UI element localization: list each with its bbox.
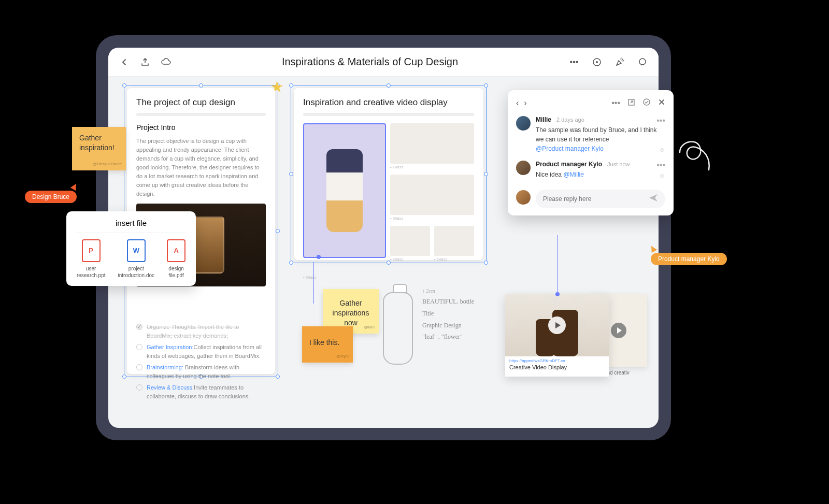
avatar [516,190,531,205]
page-title: Inspirations & Materials of Cup Design [171,56,568,68]
thumbnail[interactable] [390,175,474,215]
video-card[interactable]: https://appedfwsGRKmDFT.cn Creative Vide… [505,294,609,377]
comment-icon[interactable] [637,56,648,68]
project-card-title: The project of cup design [136,97,266,108]
cloud-icon[interactable] [160,56,171,68]
svg-point-4 [644,99,650,105]
sticky-signature: @Design Bruce [93,162,122,167]
inspiration-card[interactable]: Inspiration and creative video display •… [294,88,483,260]
task-item[interactable]: Review & Discuss:Invite teammates to col… [136,383,266,400]
reply-input[interactable] [543,195,644,203]
thumbnail[interactable] [390,123,474,164]
resolve-icon[interactable] [642,98,651,108]
file-item[interactable]: Wproject introduction.doc [118,239,154,279]
pdf-icon: A [167,239,185,262]
bottle-sketch: ↕ 2cm BEAUTIFUL. bottle Title Graphic De… [383,284,502,365]
comment-text: The sample was found by Bruce, and I thi… [536,125,665,153]
inspiration-gallery: • Glass • Glass • Glass • Glass • Glass [303,123,474,280]
comments-panel[interactable]: ‹ › ••• Millie2 days ago The sample was … [508,90,674,215]
connector-line [313,262,314,304]
cursor-badge-bruce: Design Bruce [25,191,77,203]
sticky-text: Gather inspirations now [333,299,369,327]
connector-line [557,235,558,294]
next-icon[interactable]: › [524,97,526,109]
squiggle-doodle [675,132,716,173]
react-icon[interactable]: ☺ [659,146,665,153]
comment-time: 2 days ago [556,117,584,123]
sticky-note-gather[interactable]: Gather inspiration! @Design Bruce [72,127,126,170]
play-icon[interactable] [611,323,626,338]
comment-author: Millie [536,116,551,123]
back-icon[interactable] [119,56,130,68]
task-item[interactable]: Organize Thoughts: Import the file to Bo… [136,323,266,340]
insert-file-popover[interactable]: insert file Puser research.ppt Wproject … [66,211,196,286]
sticky-text: I like this. [309,338,339,347]
task-item[interactable]: Brainstorming: Brainstorm ideas with col… [136,363,266,380]
task-item[interactable]: Gather Inspiration:Collect inspirations … [136,343,266,360]
play-icon[interactable] [548,316,566,334]
task-list: Organize Thoughts: Import the file to Bo… [136,323,266,400]
sticky-note-like[interactable]: I like this. @Kylo [302,326,353,363]
close-icon[interactable] [658,98,665,108]
svg-point-2 [639,59,646,65]
ppt-icon: P [82,239,101,262]
main-inspiration-image[interactable] [303,123,386,258]
video-caption: Creative Video Display [505,363,609,371]
video-thumbnail [505,294,609,356]
svg-point-1 [596,61,598,63]
comment-more-icon[interactable]: ••• [656,161,665,170]
sticky-text: Gather inspiration! [79,134,115,152]
doc-icon: W [127,239,146,262]
comment-item: Millie2 days ago The sample was found by… [516,116,665,153]
divider [136,113,266,116]
avatar [516,161,531,175]
more-icon[interactable]: ••• [568,56,580,68]
avatar [516,116,531,131]
project-intro-heading: Project Intro [136,123,266,132]
comment-time: Just now [607,161,630,167]
topbar: Inspirations & Materials of Cup Design •… [108,48,659,77]
sticky-signature: @Kylo [336,354,349,359]
video-url: https://appedfwsGRKmDFT.cn [505,356,609,363]
prev-icon[interactable]: ‹ [516,97,519,109]
file-item[interactable]: Puser research.ppt [77,239,106,279]
inspiration-card-title: Inspiration and creative video display [303,97,474,108]
file-item[interactable]: Adesign file.pdf [167,239,185,279]
record-icon[interactable] [591,56,603,68]
thumbnail[interactable] [434,226,474,256]
thumbnail[interactable] [390,226,430,256]
comment-author: Product manager Kylo [536,161,602,168]
project-intro-body: The project objective is to design a cup… [136,137,266,198]
export-icon[interactable] [139,56,151,68]
divider [303,113,474,116]
react-icon[interactable]: ☺ [659,172,665,179]
cursor-badge-kylo: Product manager Kylo [651,253,727,265]
comment-text: Nice idea @Millie [536,170,665,179]
comments-header: ‹ › ••• [516,97,665,109]
send-icon[interactable] [649,194,658,204]
more-icon[interactable]: ••• [611,98,620,108]
reply-box[interactable] [536,190,665,208]
file-list: Puser research.ppt Wproject introduction… [76,239,187,279]
insert-file-title: insert file [76,219,187,227]
comment-item: Product manager KyloJust now Nice idea @… [516,161,665,179]
celebrate-icon[interactable] [614,56,625,68]
expand-icon[interactable] [627,98,635,108]
sticky-signature: @lulu [364,325,375,330]
comment-more-icon[interactable]: ••• [656,116,665,125]
